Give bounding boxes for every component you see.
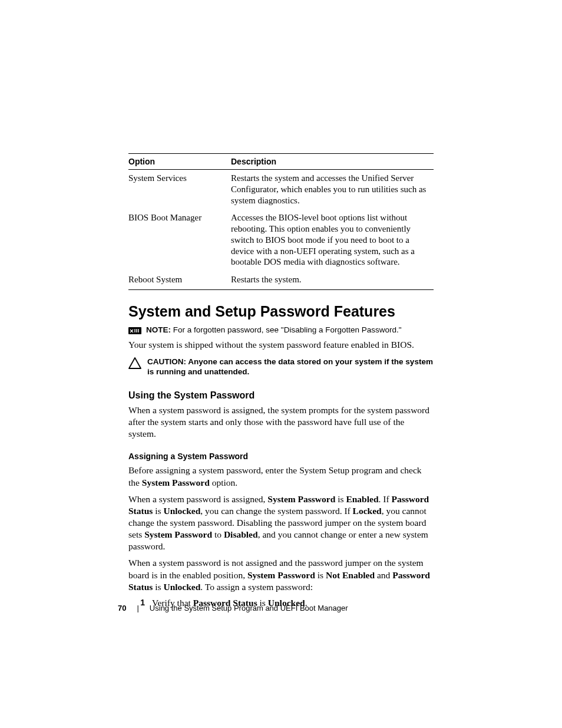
options-table: Option Description System Services Resta… <box>128 153 434 290</box>
cell-description: Restarts the system and accesses the Uni… <box>231 170 434 210</box>
cell-description: Restarts the system. <box>231 271 434 289</box>
cell-description: Accesses the BIOS-level boot options lis… <box>231 209 434 271</box>
caution-lead: CAUTION: <box>147 357 188 366</box>
note-text: NOTE: For a forgotten password, see "Dis… <box>146 325 402 335</box>
table-row: System Services Restarts the system and … <box>128 170 434 210</box>
table-row: Reboot System Restarts the system. <box>128 271 434 289</box>
cell-option: BIOS Boot Manager <box>128 209 231 271</box>
intro-paragraph: Your system is shipped without the syste… <box>128 339 434 351</box>
note-icon <box>128 326 141 335</box>
body-paragraph: When a system password is assigned, Syst… <box>128 493 434 553</box>
page-footer: 70 | Using the System Setup Program and … <box>118 604 348 612</box>
subsection-heading: Using the System Password <box>128 390 434 401</box>
cell-option: Reboot System <box>128 271 231 289</box>
page-number: 70 <box>118 604 126 612</box>
table-row: BIOS Boot Manager Accesses the BIOS-leve… <box>128 209 434 271</box>
th-option: Option <box>128 154 231 170</box>
document-page: Option Description System Services Resta… <box>0 0 562 608</box>
body-paragraph: Before assigning a system password, ente… <box>128 465 434 488</box>
note-block: NOTE: For a forgotten password, see "Dis… <box>128 325 434 335</box>
footer-chapter: Using the System Setup Program and UEFI … <box>150 604 348 612</box>
body-paragraph: When a system password is not assigned a… <box>128 557 434 592</box>
note-lead: NOTE: <box>146 325 171 334</box>
cell-option: System Services <box>128 170 231 210</box>
section-heading: System and Setup Password Features <box>128 303 434 320</box>
caution-block: CAUTION: Anyone can access the data stor… <box>128 357 434 377</box>
subsubsection-heading: Assigning a System Password <box>128 452 434 461</box>
caution-body: Anyone can access the data stored on you… <box>147 357 433 377</box>
body-paragraph: When a system password is assigned, the … <box>128 404 434 440</box>
note-body: For a forgotten password, see "Disabling… <box>171 325 402 334</box>
caution-icon <box>128 357 141 369</box>
caution-text: CAUTION: Anyone can access the data stor… <box>147 357 434 377</box>
footer-separator: | <box>137 604 138 612</box>
th-description: Description <box>231 154 434 170</box>
